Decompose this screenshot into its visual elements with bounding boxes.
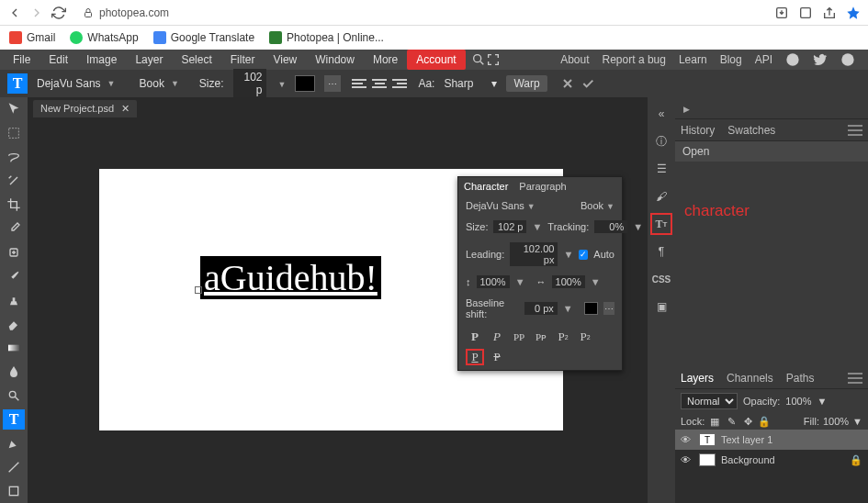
char-color[interactable] [584, 302, 599, 315]
collapse-icon[interactable]: « [650, 103, 672, 125]
tool-lasso[interactable] [3, 147, 25, 167]
layer-text[interactable]: 👁 T Text layer 1 [675, 430, 868, 450]
tab-paragraph[interactable]: Paragraph [519, 181, 566, 192]
tool-crop[interactable] [3, 195, 25, 215]
opt-font[interactable]: DejaVu Sans [37, 77, 116, 90]
char-baseline[interactable]: 0 px [524, 302, 558, 315]
star-icon[interactable] [846, 6, 861, 20]
bookmark-gmail[interactable]: Gmail [9, 31, 55, 44]
tab-swatches[interactable]: Swatches [727, 124, 775, 137]
align-left-icon[interactable] [350, 75, 368, 92]
char-tracking[interactable]: 0% [594, 220, 627, 233]
css-icon[interactable]: CSS [650, 268, 672, 290]
history-item-open[interactable]: Open [675, 141, 868, 162]
style-super[interactable]: P2 [554, 329, 572, 345]
lock-move-icon[interactable]: ✥ [741, 415, 754, 428]
forward-icon[interactable] [29, 6, 44, 20]
panel-menu-icon[interactable] [848, 125, 862, 136]
style-bold[interactable]: P [466, 329, 484, 345]
cancel-icon[interactable] [560, 76, 575, 91]
lock-paint-icon[interactable]: ✎ [725, 415, 738, 428]
lock-trans-icon[interactable]: ▦ [708, 415, 721, 428]
menu-more[interactable]: More [364, 50, 407, 70]
info-icon[interactable]: ⓘ [650, 130, 672, 152]
menu-about[interactable]: About [560, 53, 589, 66]
tool-pen[interactable] [3, 433, 25, 453]
menu-filter[interactable]: Filter [221, 50, 265, 70]
fullscreen-icon[interactable] [486, 52, 501, 67]
align-right-icon[interactable] [390, 75, 409, 92]
facebook-icon[interactable] [840, 52, 855, 67]
opt-aa[interactable]: Sharp▾ [444, 77, 497, 90]
opt-size[interactable]: 102 p [233, 69, 266, 98]
back-icon[interactable] [7, 6, 22, 20]
text-handle[interactable] [195, 286, 202, 294]
menu-layer[interactable]: Layer [126, 50, 172, 70]
style-smallcaps[interactable]: Pᴘ [532, 329, 550, 345]
bookmark-translate[interactable]: Google Translate [153, 31, 254, 44]
lock-all-icon[interactable]: 🔒 [758, 415, 771, 428]
url-text[interactable]: photopea.com [99, 6, 169, 19]
menu-image[interactable]: Image [77, 50, 126, 70]
tool-brush[interactable] [3, 266, 25, 286]
style-italic[interactable]: P [488, 329, 506, 345]
character-icon[interactable]: TT [650, 213, 672, 235]
menu-blog[interactable]: Blog [720, 53, 742, 66]
menu-account[interactable]: Account [407, 50, 465, 70]
tab-paths[interactable]: Paths [786, 372, 815, 385]
reload-icon[interactable] [51, 6, 66, 20]
opt-size-dd[interactable] [276, 77, 287, 90]
tab-character[interactable]: Character [464, 181, 508, 192]
opt-swatch[interactable]: ⋯ [324, 75, 341, 92]
doc-tab[interactable]: New Project.psd ✕ [33, 100, 137, 117]
blend-mode-select[interactable]: Normal [681, 393, 738, 409]
align-center-icon[interactable] [370, 75, 389, 92]
bookmark-photopea[interactable]: Photopea | Online... [269, 31, 384, 44]
layer-background[interactable]: 👁 Background 🔒 [675, 450, 868, 470]
char-weight[interactable]: Book [581, 200, 614, 211]
style-underline[interactable]: P [466, 349, 484, 365]
layers-menu-icon[interactable] [848, 373, 862, 384]
expand-icon[interactable] [681, 102, 690, 115]
char-auto-check[interactable]: ✓ [579, 250, 588, 260]
menu-edit[interactable]: Edit [39, 50, 77, 70]
tool-blur[interactable] [3, 362, 25, 382]
menu-report[interactable]: Report a bug [603, 53, 666, 66]
char-hscale[interactable]: 100% [552, 275, 585, 288]
tool-text[interactable]: T [3, 409, 25, 430]
tool-eyedrop[interactable] [3, 218, 25, 239]
bookmark-whatsapp[interactable]: WhatsApp [70, 31, 138, 44]
close-icon[interactable]: ✕ [121, 103, 130, 115]
opacity-value[interactable]: 100% [785, 396, 811, 407]
tool-gradient[interactable] [3, 338, 25, 358]
opt-warp[interactable]: Warp [506, 75, 547, 92]
commit-icon[interactable] [581, 76, 595, 91]
tool-move[interactable] [3, 99, 25, 119]
menu-learn[interactable]: Learn [679, 53, 707, 66]
style-caps[interactable]: PP [510, 329, 528, 345]
opt-color[interactable] [295, 75, 315, 92]
tab-history[interactable]: History [681, 124, 715, 137]
reddit-icon[interactable] [785, 52, 800, 67]
tool-wand[interactable] [3, 171, 25, 191]
tab-channels[interactable]: Channels [727, 372, 773, 385]
tool-heal[interactable] [3, 242, 25, 263]
style-strike[interactable]: P [488, 349, 506, 365]
share-icon[interactable] [822, 6, 837, 20]
tool-marquee[interactable] [3, 123, 25, 143]
char-leading[interactable]: 102.00 px [510, 242, 558, 266]
tool-clone[interactable] [3, 290, 25, 310]
opt-weight[interactable]: Book [140, 77, 179, 90]
text-selection[interactable]: aGuidehub! [200, 256, 381, 299]
twitter-icon[interactable] [813, 52, 828, 67]
extension-icon[interactable] [798, 6, 813, 20]
eye-icon[interactable]: 👁 [681, 434, 693, 445]
menu-file[interactable]: File [4, 50, 39, 70]
paragraph-icon[interactable]: ¶ [650, 240, 672, 263]
menu-select[interactable]: Select [172, 50, 220, 70]
tool-dodge[interactable] [3, 386, 25, 406]
eye-icon[interactable]: 👁 [681, 454, 693, 465]
brush-settings-icon[interactable]: 🖌 [650, 185, 672, 207]
tab-layers[interactable]: Layers [681, 372, 714, 385]
menu-view[interactable]: View [264, 50, 306, 70]
